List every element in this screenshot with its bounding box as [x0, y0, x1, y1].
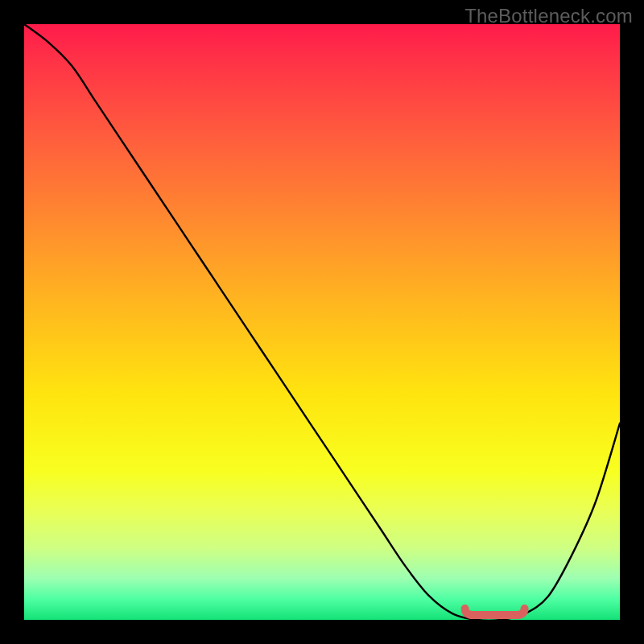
bottleneck-curve: [24, 24, 620, 620]
chart-frame: TheBottleneck.com: [0, 0, 644, 644]
watermark: TheBottleneck.com: [464, 5, 633, 27]
curve-layer: [24, 24, 620, 620]
optimal-region-marker: [465, 609, 525, 615]
plot-area: [24, 24, 620, 620]
